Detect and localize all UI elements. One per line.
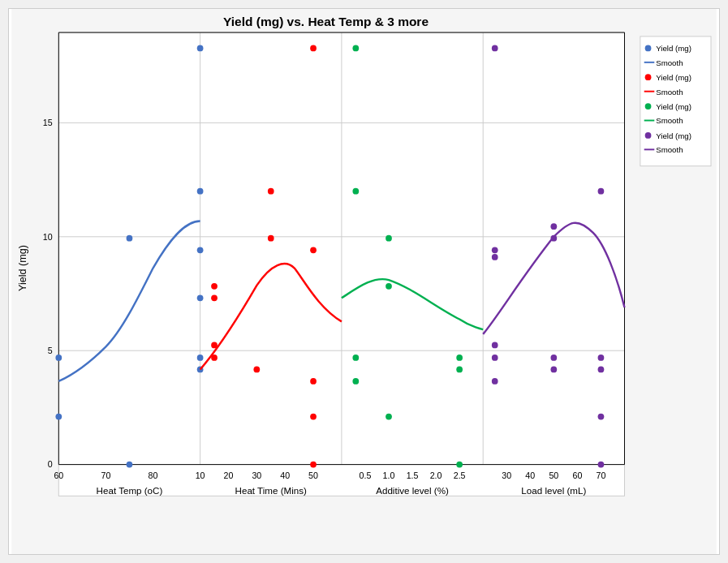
purple-dot (550, 235, 557, 242)
purple-dot (550, 367, 557, 373)
x-label-heat-temp: Heat Temp (oC) (97, 485, 163, 496)
red-dot (310, 45, 317, 52)
blue-dot (127, 462, 133, 468)
x-tick-60: 60 (54, 471, 63, 480)
purple-dot (550, 355, 557, 361)
green-dot (386, 283, 392, 290)
chart-container: Yield (mg) vs. Heat Temp & 3 more Yield … (0, 0, 728, 563)
purple-dot (492, 254, 498, 260)
blue-dot (197, 355, 204, 361)
purple-dot (598, 462, 605, 468)
green-dot (352, 188, 359, 195)
legend-green-dot (645, 103, 652, 110)
x-tick-40: 40 (525, 471, 535, 480)
y-tick-0: 0 (48, 459, 53, 469)
red-dot (211, 342, 218, 349)
green-dot (352, 378, 359, 385)
x-tick-20: 20 (224, 471, 234, 480)
blue-dot (197, 247, 204, 253)
blue-dot (55, 355, 62, 361)
legend-blue-dot (645, 45, 652, 52)
legend-label-5: Yield (mg) (656, 102, 691, 111)
blue-dot (197, 188, 204, 195)
red-dot (310, 378, 317, 385)
purple-dot (598, 367, 605, 373)
x-tick-10: 10 (196, 471, 205, 480)
purple-dot (492, 342, 498, 349)
blue-dot (127, 235, 133, 242)
purple-dot (492, 45, 498, 52)
purple-dot (598, 188, 605, 195)
x-tick-60-load: 60 (572, 471, 582, 480)
green-dot (456, 355, 463, 361)
purple-dot (492, 378, 498, 385)
legend-label-4: Smooth (656, 88, 683, 97)
red-dot (253, 367, 260, 373)
purple-dot (492, 355, 498, 361)
y-tick-5: 5 (48, 346, 53, 355)
green-dot (386, 414, 392, 420)
red-dot (268, 188, 274, 195)
green-dot (352, 45, 359, 52)
legend-label-6: Smooth (656, 116, 683, 125)
purple-dot (550, 223, 557, 230)
red-dot (211, 355, 218, 361)
green-dot (456, 367, 463, 373)
y-tick-15: 15 (43, 118, 53, 127)
legend-label-1: Yield (mg) (656, 44, 691, 53)
x-label-additive: Additive level (%) (376, 485, 449, 496)
red-dot (310, 462, 317, 468)
legend-label-2: Smooth (656, 58, 683, 67)
legend-label-8: Smooth (656, 145, 683, 154)
x-tick-80: 80 (149, 471, 158, 480)
x-tick-30: 30 (252, 471, 261, 480)
red-dot (211, 294, 218, 301)
purple-dot (492, 247, 498, 253)
red-dot (310, 414, 317, 420)
y-tick-10: 10 (43, 232, 53, 242)
x-tick-30: 30 (502, 471, 511, 480)
blue-dot (55, 414, 62, 420)
x-tick-2.0: 2.0 (430, 471, 442, 480)
x-tick-70: 70 (597, 471, 606, 480)
x-tick-1.0: 1.0 (383, 471, 395, 480)
legend-label-3: Yield (mg) (656, 73, 691, 82)
chart-inner: Yield (mg) vs. Heat Temp & 3 more Yield … (8, 8, 720, 555)
red-dot (268, 235, 274, 242)
x-tick-1.5: 1.5 (407, 471, 419, 480)
red-dot (310, 247, 317, 253)
x-tick-50: 50 (549, 471, 558, 480)
x-label-heat-time: Heat Time (Mins) (235, 485, 308, 496)
x-tick-0.5: 0.5 (360, 471, 372, 480)
legend-red-dot (645, 74, 652, 80)
green-dot (386, 235, 392, 242)
green-dot (352, 355, 359, 361)
blue-dot (197, 294, 204, 301)
x-label-load: Load level (mL) (521, 485, 586, 496)
chart-title: Yield (mg) vs. Heat Temp & 3 more (223, 15, 429, 28)
x-tick-50: 50 (308, 471, 318, 480)
x-tick-40: 40 (280, 471, 290, 480)
red-dot (211, 283, 218, 290)
blue-dot (197, 45, 204, 52)
legend-purple-dot (645, 132, 652, 139)
x-tick-70: 70 (101, 471, 110, 480)
x-tick-2.5: 2.5 (454, 471, 466, 480)
purple-dot (598, 414, 605, 420)
y-axis-label: Yield (mg) (17, 245, 28, 291)
legend-label-7: Yield (mg) (656, 131, 691, 140)
green-dot (456, 462, 463, 468)
purple-dot (598, 355, 605, 361)
